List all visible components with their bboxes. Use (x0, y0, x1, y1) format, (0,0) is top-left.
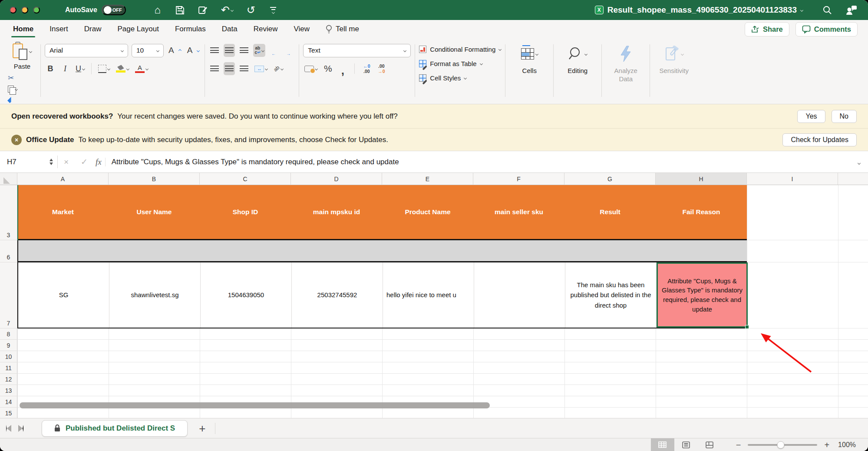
zoom-in-button[interactable]: + (824, 441, 829, 449)
row-header-10[interactable]: 10 (0, 351, 17, 362)
wrap-text-button[interactable]: abc↵ (253, 44, 265, 57)
empty-cells-region[interactable] (17, 328, 868, 340)
tab-draw[interactable]: Draw (84, 20, 102, 38)
underline-button[interactable]: U (74, 62, 86, 75)
shrink-font-button[interactable]: A (186, 44, 201, 57)
customize-toolbar-icon[interactable] (267, 3, 279, 17)
cell-styles-button[interactable]: Cell Styles (419, 71, 501, 85)
header-cell-main-seller-sku[interactable]: main seller sku (473, 185, 564, 239)
normal-view-button[interactable] (651, 438, 674, 451)
name-box[interactable]: H7 (0, 158, 49, 166)
increase-indent-button[interactable]: → (284, 44, 295, 57)
row-header-3[interactable]: 3 (0, 185, 17, 240)
header-cell-shop-id[interactable]: Shop ID (200, 185, 291, 239)
decrease-decimal-button[interactable]: ←0.00 (361, 62, 372, 75)
tab-view[interactable]: View (294, 20, 310, 38)
bold-button[interactable]: B (45, 62, 56, 75)
confirm-entry-icon[interactable]: ✓ (75, 157, 94, 167)
comma-format-button[interactable]: , (337, 62, 348, 75)
check-for-updates-button[interactable]: Check for Updates (782, 133, 857, 146)
conditional-formatting-button[interactable]: Conditional Formatting (419, 43, 501, 56)
font-name-select[interactable]: Arial (45, 44, 128, 57)
cell-main-seller-sku[interactable] (474, 262, 565, 328)
next-sheet-icon[interactable] (18, 425, 23, 432)
merge-center-button[interactable]: ↔ (253, 62, 269, 75)
decrease-indent-button[interactable]: ← (269, 44, 280, 57)
row-header-12[interactable]: 12 (0, 374, 17, 385)
orientation-button[interactable]: ab (272, 62, 284, 75)
currency-format-button[interactable] (303, 62, 319, 75)
align-center-button[interactable] (224, 62, 235, 75)
formula-input[interactable]: Attribute "Cups, Mugs & Glasses Type" is… (105, 158, 850, 166)
borders-button[interactable] (97, 62, 111, 75)
column-header-c[interactable]: C (200, 173, 291, 185)
zoom-out-button[interactable]: − (736, 441, 741, 449)
percent-format-button[interactable]: % (322, 62, 333, 75)
insert-function-icon[interactable]: fx (94, 157, 105, 167)
cell-shop-id[interactable]: 1504639050 (201, 262, 292, 328)
comments-button[interactable]: Comments (795, 22, 858, 36)
header-cell-product-name[interactable]: Product Name (382, 185, 473, 239)
save-icon[interactable] (174, 3, 186, 17)
edit-document-icon[interactable] (197, 3, 209, 17)
cell-main-mpsku-id[interactable]: 25032745592 (292, 262, 383, 328)
row-header-11[interactable]: 11 (0, 362, 17, 374)
empty-cells-region[interactable] (747, 240, 868, 262)
align-bottom-button[interactable] (238, 44, 250, 57)
cancel-entry-icon[interactable]: × (58, 157, 75, 167)
name-box-stepper[interactable] (49, 156, 58, 168)
horizontal-scrollbar[interactable] (20, 402, 490, 408)
align-middle-button[interactable] (224, 44, 235, 57)
copy-button[interactable] (8, 84, 36, 94)
row-header-14[interactable]: 14 (0, 396, 17, 408)
tab-page-layout[interactable]: Page Layout (117, 20, 158, 38)
row-header-8[interactable]: 8 (0, 328, 17, 340)
fill-color-button[interactable] (115, 62, 130, 75)
tab-tell-me[interactable]: Tell me (326, 20, 359, 38)
header-cell-user-name[interactable]: User Name (109, 185, 200, 239)
editing-button[interactable]: Editing (558, 43, 597, 101)
header-cell-main-mpsku-id[interactable]: main mpsku id (291, 185, 382, 239)
column-header-h[interactable]: H (656, 173, 747, 185)
increase-decimal-button[interactable]: .00→0 (376, 62, 387, 75)
format-painter-button[interactable] (8, 95, 36, 106)
row-header-15[interactable]: 15 (0, 408, 17, 418)
empty-cells-region[interactable] (17, 408, 868, 418)
empty-cells-region[interactable] (17, 374, 868, 385)
home-icon[interactable]: ⌂ (152, 3, 163, 17)
align-left-button[interactable] (209, 62, 220, 75)
header-cell-fail-reason[interactable]: Fail Reason (656, 185, 747, 239)
font-color-button[interactable]: A (134, 62, 149, 75)
page-break-view-button[interactable] (698, 438, 721, 451)
expand-formula-bar-icon[interactable] (850, 158, 868, 166)
empty-cells-region[interactable] (17, 362, 868, 374)
zoom-slider-thumb[interactable] (777, 441, 784, 448)
empty-cells-region[interactable] (747, 185, 868, 240)
font-size-select[interactable]: 10 (132, 44, 164, 57)
cell-user-name[interactable]: shawnlivetest.sg (109, 262, 201, 328)
column-header-i[interactable]: I (747, 173, 838, 185)
row-header-13[interactable]: 13 (0, 385, 17, 396)
cells-button[interactable]: Cells (509, 43, 549, 101)
align-top-button[interactable] (209, 44, 220, 57)
tab-review[interactable]: Review (254, 20, 278, 38)
tab-data[interactable]: Data (222, 20, 238, 38)
tab-home[interactable]: Home (13, 20, 33, 38)
redo-icon[interactable]: ↺ (245, 3, 257, 17)
search-icon[interactable] (821, 3, 833, 17)
add-sheet-button[interactable]: + (199, 423, 205, 434)
spacer-cells[interactable] (17, 240, 747, 262)
empty-cells-region[interactable] (747, 262, 868, 328)
minimize-window-button[interactable] (21, 7, 28, 13)
align-right-button[interactable] (238, 62, 250, 75)
column-header-a[interactable]: A (17, 173, 109, 185)
row-header-6[interactable]: 6 (0, 240, 17, 262)
fill-handle[interactable] (745, 325, 749, 329)
page-layout-view-button[interactable] (674, 438, 698, 451)
no-button[interactable]: No (832, 110, 857, 123)
paste-button[interactable]: Paste (8, 43, 36, 70)
empty-cells-region[interactable] (17, 340, 868, 351)
cell-product-name[interactable]: hello yifei nice to meet u (383, 262, 474, 328)
header-cell-market[interactable]: Market (17, 185, 109, 239)
undo-icon[interactable]: ↶ (220, 3, 234, 17)
